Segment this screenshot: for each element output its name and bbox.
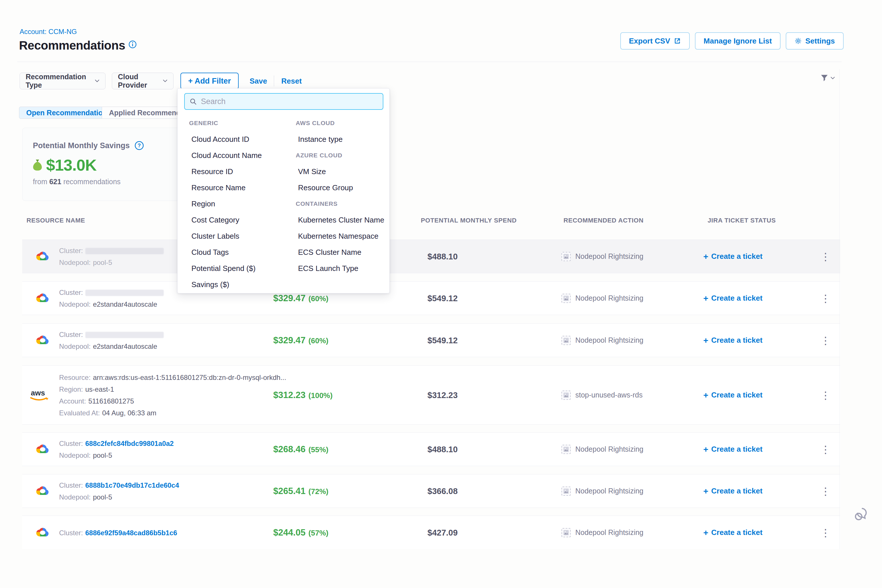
action-source-icon <box>561 528 571 537</box>
row-menu-icon[interactable]: ⋮ <box>820 292 831 304</box>
resource-line-label: Cluster: <box>59 482 83 489</box>
table-row: Cluster:6888b1c70e49db17c1de60c4Nodepool… <box>22 474 840 508</box>
info-icon[interactable] <box>129 40 136 48</box>
row-menu-icon[interactable]: ⋮ <box>820 526 831 538</box>
row-menu-icon[interactable]: ⋮ <box>820 389 831 401</box>
svg-text:?: ? <box>138 142 141 148</box>
redacted-value <box>86 332 164 338</box>
resource-line-value: arn:aws:rds:us-east-1:511616801275:db:zn… <box>93 374 286 381</box>
plus-icon: + <box>703 486 708 496</box>
cloud-provider-icon <box>36 527 49 538</box>
create-ticket-link[interactable]: + Create a ticket <box>703 252 762 261</box>
resource-line-value: pool-5 <box>93 452 112 459</box>
redacted-value <box>86 248 164 254</box>
dropdown-filter-option[interactable]: Cluster Labels <box>189 232 239 241</box>
savings-subtitle: from 621 recommendations <box>33 177 120 186</box>
cluster-link[interactable]: 6888b1c70e49db17c1de60c4 <box>86 482 179 489</box>
cluster-link[interactable]: 688c2fefc84fbdc99801a0a2 <box>86 440 174 447</box>
dropdown-filter-option[interactable]: Potential Spend ($) <box>189 264 256 273</box>
settings-button[interactable]: Settings <box>786 32 844 50</box>
create-ticket-link[interactable]: + Create a ticket <box>703 528 762 537</box>
dropdown-filter-option[interactable]: ECS Launch Type <box>296 264 358 273</box>
resource-line-value: e2standar4autoscale <box>93 300 157 308</box>
dropdown-filter-option[interactable]: Cloud Tags <box>189 248 229 257</box>
row-menu-icon[interactable]: ⋮ <box>820 443 831 455</box>
savings-amount: $13.0K <box>46 156 96 174</box>
chevron-down-icon <box>95 79 99 83</box>
recommended-action-label: Nodepool Rightsizing <box>575 445 644 453</box>
recommendations-page: Account: CCM-NG Recommendations Export C… <box>0 0 882 588</box>
recommended-action-label: Nodepool Rightsizing <box>575 294 644 302</box>
resource-line-label: Nodepool: <box>59 493 90 501</box>
resource-line-label: Cluster: <box>59 331 83 338</box>
create-ticket-link[interactable]: + Create a ticket <box>703 444 762 454</box>
create-ticket-link[interactable]: + Create a ticket <box>703 486 762 496</box>
row-menu-icon[interactable]: ⋮ <box>820 250 831 262</box>
cloud-provider-filter[interactable]: Cloud Provider <box>112 73 174 89</box>
resource-line-label: Nodepool: <box>59 258 90 266</box>
chevron-down-icon <box>830 76 835 80</box>
add-filter-button[interactable]: + Add Filter <box>180 73 238 89</box>
resource-name-cell: Cluster:6888b1c70e49db17c1de60c4Nodepool… <box>59 479 179 503</box>
dropdown-filter-option[interactable]: ECS Cluster Name <box>296 248 362 257</box>
dropdown-filter-option[interactable]: Instance type <box>296 135 343 144</box>
action-source-icon <box>561 486 571 496</box>
plus-icon: + <box>703 336 708 345</box>
dropdown-filter-option[interactable]: Kubernetes Namespace <box>296 232 378 241</box>
manage-ignore-list-button[interactable]: Manage Ignore List <box>695 32 780 50</box>
plus-icon: + <box>703 390 708 400</box>
header-divider <box>17 62 842 62</box>
dropdown-filter-option[interactable]: Savings ($) <box>189 280 230 289</box>
dropdown-search[interactable] <box>184 93 383 110</box>
table-row: Cluster:Nodepool:e2standar4autoscale $32… <box>22 281 840 315</box>
resource-line-label: Account: <box>59 397 86 405</box>
action-source-icon <box>561 445 571 454</box>
dropdown-filter-option[interactable]: Kubernetes Cluster Name <box>296 216 384 225</box>
row-menu-icon[interactable]: ⋮ <box>820 334 831 346</box>
create-ticket-link[interactable]: + Create a ticket <box>703 336 762 345</box>
plus-icon: + <box>703 528 708 537</box>
tab-open-recommendations[interactable]: Open Recommendations <box>19 106 102 119</box>
dropdown-filter-option[interactable]: Resource Name <box>189 183 246 192</box>
recommendation-type-filter[interactable]: Recommendation Type <box>20 73 105 89</box>
monthly-savings-value: $244.05(57%) <box>273 528 328 538</box>
dropdown-filter-option[interactable]: Cloud Account ID <box>189 135 249 144</box>
dropdown-group-heading: AWS CLOUD <box>296 120 335 126</box>
recommendation-count: 621 <box>49 177 62 186</box>
reset-filter-button[interactable]: Reset <box>281 73 302 89</box>
dropdown-filter-option[interactable]: Resource ID <box>189 167 233 176</box>
export-csv-button[interactable]: Export CSV <box>620 32 690 50</box>
resource-name-cell: Resource:arn:aws:rds:us-east-1:511616801… <box>59 372 286 419</box>
savings-card-title: Potential Monthly Savings <box>33 141 130 150</box>
create-ticket-link[interactable]: + Create a ticket <box>703 390 762 400</box>
resource-line-value: us-east-1 <box>86 386 114 393</box>
chevron-down-icon <box>163 79 168 83</box>
save-filter-button[interactable]: Save <box>250 73 267 89</box>
svg-text:aws: aws <box>31 388 45 397</box>
search-input[interactable] <box>201 97 378 106</box>
recommended-action-cell: Nodepool Rightsizing <box>561 445 644 454</box>
cloud-provider-icon <box>36 292 49 304</box>
funnel-icon <box>820 74 829 82</box>
help-icon[interactable]: ? <box>134 141 144 150</box>
cluster-link[interactable]: 6886e92f59a48cad86b5b1c6 <box>86 529 177 536</box>
dropdown-filter-option[interactable]: Resource Group <box>296 183 353 192</box>
table-row: Cluster:6886e92f59a48cad86b5b1c6 $244.05… <box>22 516 840 549</box>
row-menu-icon[interactable]: ⋮ <box>820 485 831 497</box>
table-row: aws Resource:arn:aws:rds:us-east-1:51161… <box>22 366 840 424</box>
dropdown-filter-option[interactable]: Cost Category <box>189 216 239 225</box>
create-ticket-link[interactable]: + Create a ticket <box>703 293 762 303</box>
dropdown-group-heading: GENERIC <box>189 120 218 126</box>
dropdown-filter-option[interactable]: Region <box>189 200 215 208</box>
dropdown-column-cloud: AWS CLOUDInstance typeAZURE CLOUDVM Size… <box>296 115 395 276</box>
dropdown-filter-option[interactable]: Cloud Account Name <box>189 151 262 160</box>
support-chat-icon[interactable] <box>853 504 871 524</box>
account-breadcrumb[interactable]: Account: CCM-NG <box>20 28 77 36</box>
filter-panel-toggle[interactable] <box>820 74 835 82</box>
monthly-spend-value: $488.10 <box>428 444 458 454</box>
dropdown-filter-option[interactable]: VM Size <box>296 167 326 176</box>
resource-line-value: e2standar4autoscale <box>93 342 157 350</box>
monthly-spend-value: $312.23 <box>428 390 458 400</box>
monthly-savings-value: $329.47(60%) <box>273 293 328 303</box>
monthly-spend-value: $549.12 <box>428 336 458 345</box>
